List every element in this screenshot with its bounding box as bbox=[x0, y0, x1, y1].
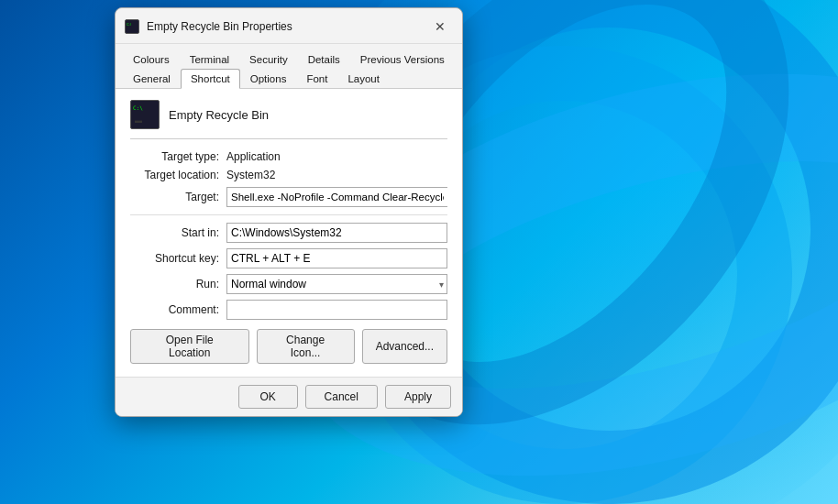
shortcut-key-row: Shortcut key: bbox=[130, 248, 447, 268]
shortcut-key-input[interactable] bbox=[226, 248, 447, 268]
run-select[interactable]: Normal window Minimized Maximized bbox=[226, 274, 447, 294]
app-header: Empty Recycle Bin bbox=[130, 100, 447, 139]
target-location-label: Target location: bbox=[130, 169, 226, 181]
shortcut-key-label: Shortcut key: bbox=[130, 252, 226, 265]
change-icon-button[interactable]: Change Icon... bbox=[257, 329, 355, 364]
run-select-wrapper: Normal window Minimized Maximized ▾ bbox=[226, 274, 447, 294]
run-row: Run: Normal window Minimized Maximized ▾ bbox=[130, 274, 447, 294]
target-type-value: Application bbox=[226, 150, 281, 163]
target-label: Target: bbox=[130, 191, 226, 203]
tab-general[interactable]: General bbox=[123, 69, 181, 88]
advanced-button[interactable]: Advanced... bbox=[362, 329, 447, 364]
ok-button[interactable]: OK bbox=[238, 385, 298, 409]
tabs-container: Colours Terminal Security Details Previo… bbox=[116, 44, 462, 89]
start-in-row: Start in: bbox=[130, 223, 447, 243]
apply-button[interactable]: Apply bbox=[385, 385, 451, 409]
run-label: Run: bbox=[130, 278, 226, 290]
dialog-title: Empty Recycle Bin Properties bbox=[147, 20, 429, 33]
dialog-content: Empty Recycle Bin Target type: Applicati… bbox=[116, 89, 462, 377]
target-row: Target: bbox=[130, 187, 447, 207]
close-button[interactable]: ✕ bbox=[429, 16, 451, 38]
target-type-row: Target type: Application bbox=[130, 150, 447, 163]
dialog-window: Empty Recycle Bin Properties ✕ Colours T… bbox=[115, 7, 463, 417]
comment-row: Comment: bbox=[130, 300, 447, 320]
start-in-input[interactable] bbox=[226, 223, 447, 243]
comment-input[interactable] bbox=[226, 300, 447, 320]
tab-font[interactable]: Font bbox=[296, 69, 337, 88]
tab-previous-versions[interactable]: Previous Versions bbox=[350, 49, 455, 69]
app-name: Empty Recycle Bin bbox=[169, 108, 269, 122]
tab-colours[interactable]: Colours bbox=[123, 49, 180, 69]
title-bar: Empty Recycle Bin Properties ✕ bbox=[116, 8, 462, 44]
target-location-row: Target location: System32 bbox=[130, 169, 447, 181]
tabs-row-1: Colours Terminal Security Details Previo… bbox=[123, 49, 455, 69]
tab-shortcut[interactable]: Shortcut bbox=[181, 69, 240, 89]
target-location-value: System32 bbox=[226, 169, 275, 181]
start-in-label: Start in: bbox=[130, 226, 226, 239]
tab-layout[interactable]: Layout bbox=[337, 69, 390, 88]
action-buttons: Open File Location Change Icon... Advanc… bbox=[130, 329, 447, 364]
comment-label: Comment: bbox=[130, 303, 226, 316]
tab-security[interactable]: Security bbox=[239, 49, 298, 69]
tab-terminal[interactable]: Terminal bbox=[180, 49, 239, 69]
open-file-location-button[interactable]: Open File Location bbox=[130, 329, 249, 364]
target-type-label: Target type: bbox=[130, 150, 226, 163]
cancel-button[interactable]: Cancel bbox=[305, 385, 378, 409]
dialog-footer: OK Cancel Apply bbox=[116, 377, 462, 416]
tab-options[interactable]: Options bbox=[240, 69, 297, 88]
app-title-icon bbox=[125, 19, 139, 34]
target-input[interactable] bbox=[226, 187, 447, 207]
app-icon bbox=[130, 100, 160, 129]
tabs-row-2: General Shortcut Options Font Layout bbox=[123, 69, 455, 88]
separator-1 bbox=[130, 214, 447, 215]
tab-details[interactable]: Details bbox=[298, 49, 350, 69]
